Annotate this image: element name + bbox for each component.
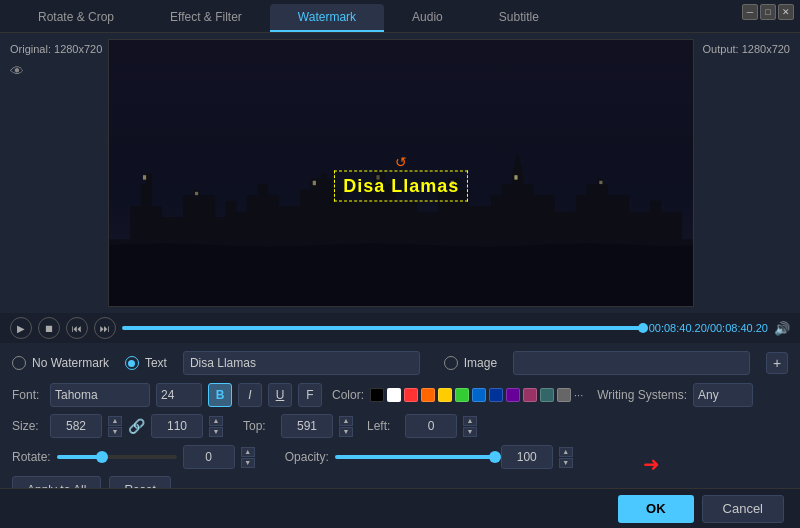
swatch-pink[interactable] [523, 388, 537, 402]
text-watermark-option[interactable]: Text [125, 356, 167, 370]
watermark-overlay[interactable]: ↺ Disa Llamas [334, 171, 468, 202]
progress-bar[interactable] [122, 326, 643, 330]
image-path-input[interactable] [513, 351, 750, 375]
swatch-gray[interactable] [557, 388, 571, 402]
bottom-bar: OK Cancel [0, 488, 800, 528]
progress-thumb[interactable] [638, 323, 648, 333]
close-button[interactable]: ✕ [778, 4, 794, 20]
video-background: ↺ Disa Llamas [109, 40, 693, 306]
opacity-slider-thumb[interactable] [489, 451, 501, 463]
eye-icon[interactable]: 👁 [10, 63, 24, 79]
rotate-up[interactable]: ▲ [241, 447, 255, 457]
watermark-text-input[interactable] [183, 351, 420, 375]
next-frame-button[interactable]: ⏭ [94, 317, 116, 339]
swatch-purple[interactable] [506, 388, 520, 402]
color-swatches: ··· [370, 388, 583, 402]
writing-systems-label: Writing Systems: [597, 388, 687, 402]
font-label: Font: [12, 388, 44, 402]
swatch-red[interactable] [404, 388, 418, 402]
top-down[interactable]: ▼ [339, 427, 353, 437]
link-icon[interactable]: 🔗 [128, 418, 145, 434]
opacity-slider[interactable] [335, 455, 495, 459]
volume-icon[interactable]: 🔊 [774, 321, 790, 336]
swatch-orange[interactable] [421, 388, 435, 402]
no-watermark-label: No Watermark [32, 356, 109, 370]
text-watermark-label: Text [145, 356, 167, 370]
svg-rect-3 [313, 181, 316, 185]
original-resolution: Original: 1280x720 [10, 43, 102, 55]
swatch-teal[interactable] [540, 388, 554, 402]
no-watermark-radio[interactable] [12, 356, 26, 370]
swatch-green[interactable] [455, 388, 469, 402]
italic-button[interactable]: I [238, 383, 262, 407]
original-label: Original: 1280x720 [10, 43, 102, 55]
left-down[interactable]: ▼ [463, 427, 477, 437]
opacity-up[interactable]: ▲ [559, 447, 573, 457]
size-height-input[interactable] [151, 414, 203, 438]
svg-rect-2 [195, 192, 198, 195]
rotate-down[interactable]: ▼ [241, 458, 255, 468]
size-label: Size: [12, 419, 44, 433]
size-width-down[interactable]: ▼ [108, 427, 122, 437]
size-width-stepper: ▲ ▼ [108, 416, 122, 437]
tab-effect-filter[interactable]: Effect & Filter [142, 4, 270, 32]
play-button[interactable]: ▶ [10, 317, 32, 339]
svg-rect-1 [143, 175, 146, 179]
tab-subtitle[interactable]: Subtitle [471, 4, 567, 32]
top-up[interactable]: ▲ [339, 416, 353, 426]
size-width-up[interactable]: ▲ [108, 416, 122, 426]
rotate-value-input[interactable] [183, 445, 235, 469]
time-display: 00:08:40.20/00:08:40.20 [649, 322, 768, 334]
size-width-input[interactable] [50, 414, 102, 438]
rotate-stepper: ▲ ▼ [241, 447, 255, 468]
tab-audio[interactable]: Audio [384, 4, 471, 32]
rotate-row: Rotate: ▲ ▼ Opacity: ▲ ▼ [12, 445, 788, 469]
font-size-select[interactable]: 24 12 14 16 18 20 28 36 [156, 383, 202, 407]
rotate-slider[interactable] [57, 455, 177, 459]
text-watermark-radio[interactable] [125, 356, 139, 370]
svg-rect-6 [515, 175, 518, 179]
tab-watermark[interactable]: Watermark [270, 4, 384, 32]
image-watermark-radio[interactable] [444, 356, 458, 370]
no-watermark-option[interactable]: No Watermark [12, 356, 109, 370]
top-input[interactable] [281, 414, 333, 438]
opacity-value-input[interactable] [501, 445, 553, 469]
rotate-slider-thumb[interactable] [96, 451, 108, 463]
left-input[interactable] [405, 414, 457, 438]
stop-button[interactable]: ⏹ [38, 317, 60, 339]
text-radio-inner [128, 360, 135, 367]
image-watermark-label: Image [464, 356, 497, 370]
strikethrough-button[interactable]: F [298, 383, 322, 407]
red-arrow: ➜ [643, 452, 660, 476]
size-height-up[interactable]: ▲ [209, 416, 223, 426]
color-label: Color: [332, 388, 364, 402]
rotate-handle[interactable]: ↺ [395, 154, 407, 170]
rotate-label: Rotate: [12, 450, 51, 464]
ok-button[interactable]: OK [618, 495, 694, 523]
left-up[interactable]: ▲ [463, 416, 477, 426]
maximize-button[interactable]: □ [760, 4, 776, 20]
swatch-dark-blue[interactable] [489, 388, 503, 402]
top-stepper: ▲ ▼ [339, 416, 353, 437]
opacity-down[interactable]: ▼ [559, 458, 573, 468]
font-row: Font: Tahoma Arial Times New Roman 24 12… [12, 383, 788, 407]
more-colors-button[interactable]: ··· [574, 389, 583, 401]
prev-frame-button[interactable]: ⏮ [66, 317, 88, 339]
tab-rotate-crop[interactable]: Rotate & Crop [10, 4, 142, 32]
left-label: Left: [367, 419, 399, 433]
minimize-button[interactable]: ─ [742, 4, 758, 20]
size-height-down[interactable]: ▼ [209, 427, 223, 437]
swatch-white[interactable] [387, 388, 401, 402]
swatch-blue[interactable] [472, 388, 486, 402]
cancel-button[interactable]: Cancel [702, 495, 784, 523]
image-watermark-option[interactable]: Image [444, 356, 497, 370]
font-select[interactable]: Tahoma Arial Times New Roman [50, 383, 150, 407]
main-content: Original: 1280x720 👁 Best Places to Visi… [0, 33, 800, 525]
add-image-button[interactable]: + [766, 352, 788, 374]
underline-button[interactable]: U [268, 383, 292, 407]
swatch-yellow[interactable] [438, 388, 452, 402]
bold-button[interactable]: B [208, 383, 232, 407]
swatch-black[interactable] [370, 388, 384, 402]
opacity-slider-fill [335, 455, 495, 459]
writing-systems-select[interactable]: Any Latin CJK [693, 383, 753, 407]
